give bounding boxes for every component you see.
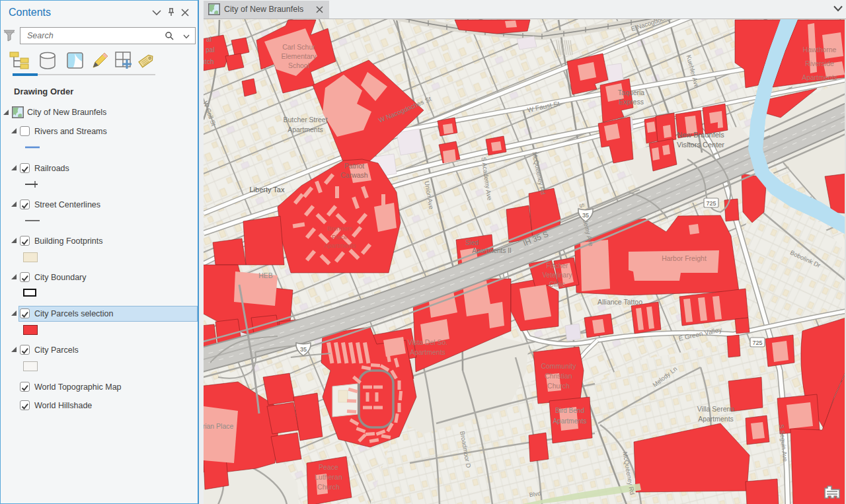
- svg-text:Place: Place: [332, 233, 348, 240]
- svg-text:Patriot: Patriot: [344, 162, 364, 170]
- svg-text:Christian: Christian: [545, 372, 572, 380]
- svg-text:Church: Church: [547, 382, 570, 390]
- svg-text:New Braunfels: New Braunfels: [677, 131, 724, 139]
- svg-text:Veterinary: Veterinary: [542, 271, 572, 279]
- svg-text:35: 35: [582, 212, 589, 219]
- svg-text:Community: Community: [541, 362, 576, 370]
- svg-text:725: 725: [706, 200, 716, 207]
- svg-text:Butcher Street: Butcher Street: [283, 116, 327, 124]
- svg-text:Apartments: Apartments: [553, 417, 586, 425]
- svg-text:Vista Del So.: Vista Del So.: [408, 338, 448, 346]
- svg-text:725: 725: [752, 340, 762, 346]
- svg-text:Apartments: Apartments: [324, 242, 356, 249]
- svg-text:Apartments: Apartments: [802, 73, 837, 81]
- svg-text:Church: Church: [317, 483, 340, 491]
- svg-text:School: School: [288, 61, 309, 69]
- svg-text:Visitors Center: Visitors Center: [677, 141, 724, 149]
- svg-text:Peace: Peace: [319, 463, 338, 471]
- svg-text:Apartments: Apartments: [410, 348, 445, 356]
- svg-text:utch: utch: [204, 58, 213, 65]
- svg-text:Hawthorne: Hawthorne: [803, 46, 837, 54]
- svg-text:Liberty Tax: Liberty Tax: [250, 186, 285, 194]
- svg-text:Brenners: Brenners: [327, 225, 353, 232]
- svg-text:Clinic: Clinic: [549, 281, 565, 288]
- svg-text:Bird Bend: Bird Bend: [555, 407, 584, 414]
- svg-text:Apartments: Apartments: [698, 415, 734, 423]
- svg-text:rian Place: rian Place: [204, 422, 234, 430]
- svg-text:Fischer: Fischer: [547, 262, 568, 270]
- svg-text:Carwash: Carwash: [340, 171, 368, 179]
- svg-text:Taqueria: Taqueria: [618, 89, 644, 96]
- svg-text:Harbor Freight: Harbor Freight: [662, 254, 707, 262]
- svg-text:Lutheran: Lutheran: [315, 473, 342, 481]
- svg-text:Alliance Tattoo: Alliance Tattoo: [597, 298, 642, 306]
- svg-text:al: al: [206, 36, 212, 43]
- svg-text:Villa Serena: Villa Serena: [697, 405, 735, 413]
- svg-text:Carl Schur: Carl Schur: [282, 43, 315, 51]
- svg-text:35: 35: [300, 346, 307, 353]
- svg-text:Elementary: Elementary: [281, 52, 317, 60]
- svg-text:Apartments: Apartments: [288, 126, 323, 133]
- svg-text:HEB: HEB: [258, 271, 273, 279]
- svg-text:Sied: Sied: [465, 239, 479, 246]
- svg-text:Riverside: Riverside: [805, 59, 834, 67]
- svg-text:pal: pal: [206, 46, 214, 54]
- svg-text:Apartments II: Apartments II: [472, 247, 511, 254]
- svg-text:Express: Express: [619, 98, 644, 106]
